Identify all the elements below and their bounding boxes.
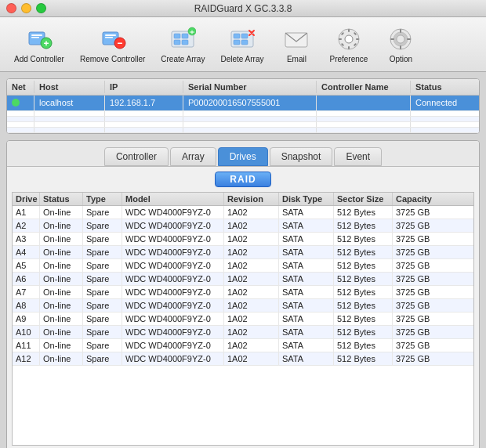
drive-row-8[interactable]: A9 On-line Spare WDC WD4000F9YZ-0 1A02 S… <box>13 313 473 326</box>
net-indicator <box>12 99 20 107</box>
drive-row-0[interactable]: A1 On-line Spare WDC WD4000F9YZ-0 1A02 S… <box>13 206 473 219</box>
svg-rect-28 <box>348 46 350 49</box>
drive-row-5[interactable]: A6 On-line Spare WDC WD4000F9YZ-0 1A02 S… <box>13 273 473 286</box>
drive-row-7[interactable]: A8 On-line Spare WDC WD4000F9YZ-0 1A02 S… <box>13 299 473 313</box>
svg-rect-5 <box>45 41 47 45</box>
svg-rect-23 <box>241 40 248 45</box>
svg-rect-12 <box>174 34 180 38</box>
add-controller-icon <box>25 25 53 53</box>
controller-row-0[interactable]: localhost 192.168.1.7 P00020001650755500… <box>7 96 479 111</box>
dth-capacity: Capacity <box>393 193 452 205</box>
option-icon <box>386 25 415 53</box>
tab-controller[interactable]: Controller <box>104 147 169 166</box>
window-controls <box>6 3 46 13</box>
net-cell <box>7 96 34 110</box>
serial-cell: P000200016507555001 <box>183 96 317 110</box>
delete-array-label: Delete Array <box>220 55 263 63</box>
tab-drives[interactable]: Drives <box>218 147 268 166</box>
drives-table-header: Drive Status Type Model Revision Disk Ty… <box>13 193 473 206</box>
controller-table: Net Host IP Serial Number Controller Nam… <box>6 78 480 134</box>
remove-controller-button[interactable]: Remove Controller <box>74 22 151 67</box>
email-icon <box>282 25 310 53</box>
dth-sectorsize: Sector Size <box>334 193 393 205</box>
controller-row-4[interactable] <box>7 128 479 133</box>
maximize-button[interactable] <box>36 3 46 13</box>
raid-label-row: RAID <box>7 167 479 192</box>
tab-event[interactable]: Event <box>334 147 382 166</box>
drive-row-9[interactable]: A10 On-line Spare WDC WD4000F9YZ-0 1A02 … <box>13 326 473 339</box>
controller-row-1[interactable] <box>7 111 479 117</box>
drives-table: Drive Status Type Model Revision Disk Ty… <box>12 192 474 446</box>
delete-array-button[interactable]: Delete Array <box>214 22 270 67</box>
host-cell: localhost <box>34 96 105 110</box>
svg-rect-41 <box>407 38 411 40</box>
svg-rect-30 <box>356 38 359 40</box>
col-serial: Serial Number <box>183 81 317 93</box>
email-label: Email <box>287 55 306 63</box>
bottom-panel: Controller Array Drives Snapshot Event R… <box>6 140 480 448</box>
preference-label: Preference <box>329 55 368 63</box>
raid-badge: RAID <box>215 172 270 187</box>
svg-rect-22 <box>234 40 240 45</box>
remove-controller-icon <box>99 25 127 53</box>
dth-status: Status <box>40 193 83 205</box>
col-net: Net <box>7 81 34 93</box>
create-array-icon <box>169 25 197 53</box>
email-button[interactable]: Email <box>273 22 320 67</box>
create-array-button[interactable]: Create Array <box>154 22 211 67</box>
controller-row-3[interactable] <box>7 122 479 128</box>
ip-cell: 192.168.1.7 <box>105 96 183 110</box>
svg-rect-21 <box>241 34 248 38</box>
controller-row-2[interactable] <box>7 117 479 122</box>
add-controller-button[interactable]: Add Controller <box>8 22 71 67</box>
col-ip: IP <box>105 81 183 93</box>
option-label: Option <box>390 55 412 63</box>
col-host: Host <box>34 81 105 93</box>
dth-disktype: Disk Type <box>279 193 334 205</box>
col-controller-name: Controller Name <box>317 81 411 93</box>
drive-row-3[interactable]: A4 On-line Spare WDC WD4000F9YZ-0 1A02 S… <box>13 246 473 259</box>
svg-rect-8 <box>105 37 113 38</box>
svg-rect-20 <box>234 34 240 38</box>
drives-body: A1 On-line Spare WDC WD4000F9YZ-0 1A02 S… <box>13 206 473 446</box>
tab-array[interactable]: Array <box>170 147 216 166</box>
preference-icon <box>335 25 363 53</box>
toolbar: Add Controller Remove Controller <box>0 17 486 72</box>
svg-rect-2 <box>31 37 39 38</box>
svg-rect-18 <box>190 32 194 33</box>
svg-point-37 <box>397 35 404 43</box>
controller-name-cell <box>317 96 411 110</box>
drive-row-10[interactable]: A11 On-line Spare WDC WD4000F9YZ-0 1A02 … <box>13 339 473 352</box>
tab-snapshot[interactable]: Snapshot <box>270 147 333 166</box>
minimize-button[interactable] <box>21 3 31 13</box>
dth-model: Model <box>122 193 224 205</box>
svg-rect-27 <box>348 29 350 32</box>
preference-button[interactable]: Preference <box>323 22 374 67</box>
window-title: RAIDGuard X GC.3.3.8 <box>194 3 292 14</box>
svg-rect-15 <box>182 40 188 45</box>
close-button[interactable] <box>6 3 16 13</box>
tabs-row: Controller Array Drives Snapshot Event <box>7 141 479 166</box>
drive-row-1[interactable]: A2 On-line Spare WDC WD4000F9YZ-0 1A02 S… <box>13 219 473 233</box>
svg-rect-29 <box>339 38 342 40</box>
dth-drive: Drive <box>13 193 40 205</box>
dth-type: Type <box>83 193 122 205</box>
drive-row-2[interactable]: A3 On-line Spare WDC WD4000F9YZ-0 1A02 S… <box>13 233 473 246</box>
svg-rect-40 <box>390 38 394 40</box>
title-bar: RAIDGuard X GC.3.3.8 <box>0 0 486 17</box>
col-status: Status <box>411 81 477 93</box>
panel-content: RAID Drive Status Type Model Revision Di… <box>7 166 479 448</box>
option-button[interactable]: Option <box>377 22 424 67</box>
svg-rect-38 <box>400 29 401 33</box>
svg-rect-13 <box>182 34 188 38</box>
svg-rect-10 <box>118 43 122 45</box>
delete-array-icon <box>228 25 256 53</box>
drive-row-4[interactable]: A5 On-line Spare WDC WD4000F9YZ-0 1A02 S… <box>13 259 473 273</box>
svg-rect-39 <box>400 45 401 49</box>
status-cell: Connected <box>411 96 477 110</box>
svg-rect-1 <box>31 34 42 36</box>
svg-rect-7 <box>105 34 116 36</box>
drive-row-6[interactable]: A7 On-line Spare WDC WD4000F9YZ-0 1A02 S… <box>13 286 473 299</box>
drive-row-11[interactable]: A12 On-line Spare WDC WD4000F9YZ-0 1A02 … <box>13 352 473 366</box>
add-controller-label: Add Controller <box>14 55 64 63</box>
